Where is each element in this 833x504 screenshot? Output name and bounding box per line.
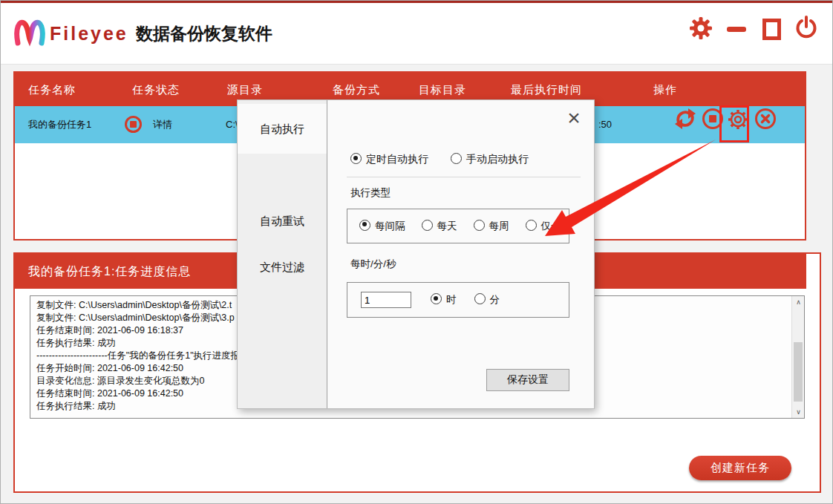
square-icon bbox=[762, 19, 781, 40]
radio-icon bbox=[474, 220, 485, 231]
task-name: 我的备份任务1 bbox=[28, 106, 91, 143]
gear-icon bbox=[725, 124, 751, 135]
column-task-name: 任务名称 bbox=[28, 73, 76, 106]
radio-icon bbox=[350, 153, 362, 164]
radio-icon bbox=[359, 220, 370, 231]
radio-every-day[interactable]: 每天 bbox=[422, 220, 457, 233]
create-task-button[interactable]: 创建新任务 bbox=[689, 456, 791, 480]
scrollbar-thumb[interactable] bbox=[794, 342, 803, 402]
minimize-button[interactable] bbox=[724, 15, 749, 43]
radio-unit-hour[interactable]: 时 bbox=[431, 293, 457, 307]
close-app-button[interactable] bbox=[794, 15, 819, 43]
title-bar: Fileyee 数据备份恢复软件 bbox=[1, 1, 832, 65]
app-window: Fileyee 数据备份恢复软件 bbox=[0, 0, 833, 504]
stop-icon bbox=[700, 122, 725, 134]
interval-label: 每时/分/秒 bbox=[350, 258, 396, 271]
brand-name: Fileyee bbox=[50, 23, 128, 45]
radio-every-interval[interactable]: 每间隔 bbox=[359, 220, 405, 233]
delete-task-button[interactable] bbox=[753, 106, 778, 134]
radio-manual-execute[interactable]: 手动启动执行 bbox=[451, 153, 529, 165]
dialog-close-button[interactable]: × bbox=[561, 105, 587, 131]
sync-icon bbox=[673, 122, 698, 134]
divider bbox=[347, 177, 581, 177]
radio-only-once[interactable]: 仅一次 bbox=[526, 220, 572, 233]
interval-value-input[interactable] bbox=[361, 292, 411, 308]
progress-panel-title: 我的备份任务1:任务进度信息 bbox=[28, 254, 191, 289]
exec-type-label: 执行类型 bbox=[350, 186, 391, 200]
radio-icon bbox=[422, 220, 433, 231]
column-actions: 操作 bbox=[653, 73, 677, 106]
radio-timed-auto-execute[interactable]: 定时自动执行 bbox=[350, 153, 428, 165]
task-settings-dialog: 自动执行 自动重试 文件过滤 × 定时自动执行 手动启动执行 执行类型 每间隔 … bbox=[237, 99, 595, 409]
radio-unit-minute[interactable]: 分 bbox=[474, 293, 500, 307]
status-stop-icon bbox=[125, 116, 142, 133]
log-scrollbar[interactable]: ∧ ∨ bbox=[791, 296, 804, 418]
run-sync-button[interactable] bbox=[673, 106, 698, 134]
status-details-link[interactable]: 详情 bbox=[153, 106, 172, 143]
app-title: 数据备份恢复软件 bbox=[136, 22, 272, 45]
tab-auto-retry[interactable]: 自动重试 bbox=[238, 198, 327, 244]
radio-icon bbox=[474, 293, 486, 304]
settings-button[interactable] bbox=[688, 15, 713, 43]
stop-task-button[interactable] bbox=[700, 106, 725, 134]
radio-every-week[interactable]: 每周 bbox=[474, 220, 509, 233]
app-logo-icon bbox=[13, 16, 47, 50]
radio-icon bbox=[451, 153, 462, 164]
scroll-down-icon[interactable]: ∨ bbox=[792, 406, 805, 418]
tab-file-filter[interactable]: 文件过滤 bbox=[238, 244, 327, 290]
radio-icon bbox=[526, 220, 537, 231]
trigger-radio-group: 定时自动执行 手动启动执行 bbox=[350, 153, 548, 166]
column-task-status: 任务状态 bbox=[132, 73, 180, 106]
gear-icon bbox=[688, 16, 713, 43]
exec-type-groupbox: 每间隔 每天 每周 仅一次 bbox=[347, 209, 569, 243]
last-run-value: :50 bbox=[598, 106, 612, 143]
delete-icon bbox=[753, 122, 778, 134]
radio-icon bbox=[431, 293, 442, 304]
minus-icon bbox=[727, 27, 746, 32]
save-settings-button[interactable]: 保存设置 bbox=[486, 369, 569, 391]
power-icon bbox=[794, 16, 818, 43]
tab-auto-execute[interactable]: 自动执行 bbox=[238, 104, 327, 154]
dialog-sidebar: 自动执行 自动重试 文件过滤 bbox=[238, 100, 327, 408]
maximize-button[interactable] bbox=[759, 15, 784, 43]
interval-groupbox: 时 分 bbox=[347, 282, 569, 318]
scroll-up-icon[interactable]: ∧ bbox=[792, 296, 805, 308]
task-settings-button[interactable] bbox=[725, 106, 751, 135]
